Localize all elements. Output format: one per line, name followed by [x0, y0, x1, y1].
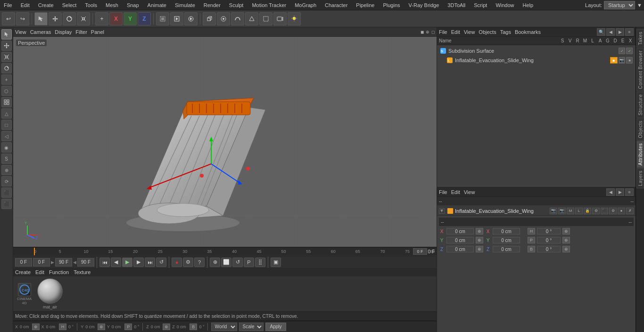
- obj-row-subdivision[interactable]: S Subdivision Surface ✓ ✓: [438, 46, 635, 56]
- attr-view-menu[interactable]: View: [464, 189, 475, 195]
- obj-wing-color-tag[interactable]: ■: [610, 57, 618, 64]
- viewport-panel-menu[interactable]: Panel: [91, 29, 104, 35]
- attr-nav-next[interactable]: ▶: [616, 188, 624, 196]
- menu-script[interactable]: Script: [472, 2, 489, 8]
- menu-motion-tracker[interactable]: Motion Tracker: [250, 2, 288, 8]
- viewport-icon-3[interactable]: ◻: [431, 30, 435, 34]
- undo-button[interactable]: ↩: [2, 12, 15, 25]
- b-rotation-input[interactable]: [537, 246, 561, 252]
- obj-toggle-vis[interactable]: ✓: [619, 48, 625, 54]
- world-select[interactable]: World Object Global: [211, 323, 237, 331]
- attr-toggle-3[interactable]: M: [567, 208, 574, 214]
- menu-snap[interactable]: Snap: [125, 2, 141, 8]
- menu-select[interactable]: Select: [60, 2, 79, 8]
- layout-select[interactable]: Startup: [604, 1, 635, 9]
- scale-timeline-button[interactable]: ⬜: [221, 258, 231, 267]
- x-position-input[interactable]: [446, 228, 474, 235]
- menu-window[interactable]: Window: [494, 2, 516, 8]
- mat-menu-texture[interactable]: Texture: [74, 269, 91, 275]
- x-pos-icon[interactable]: ⊕: [476, 228, 483, 235]
- sidebar-icon-grid[interactable]: [1, 97, 12, 107]
- redo-button[interactable]: ↪: [16, 12, 29, 25]
- goto-end-button[interactable]: ⏭: [145, 258, 155, 267]
- menu-plugins[interactable]: Plugins: [381, 2, 402, 8]
- menu-3dtoall[interactable]: 3DToAll: [446, 2, 467, 8]
- obj-edit-menu[interactable]: Edit: [451, 29, 460, 35]
- obj-bookmarks-menu[interactable]: Bookmarks: [515, 29, 541, 35]
- viewport-cameras-menu[interactable]: Cameras: [30, 29, 51, 35]
- viewport-icon-2[interactable]: ⊕: [426, 30, 429, 34]
- menu-edit[interactable]: Edit: [19, 2, 32, 8]
- p-icon[interactable]: P: [528, 237, 535, 243]
- tab-attributes[interactable]: Attributes: [636, 141, 644, 168]
- y-size-input[interactable]: [493, 237, 520, 243]
- timeline-ruler[interactable]: 0 5 10 15 20 25 30 35 40 45 50 55 60 65 …: [13, 247, 437, 256]
- tab-structure[interactable]: Structure: [636, 92, 644, 118]
- menu-vray[interactable]: V-Ray Bridge: [407, 2, 441, 8]
- y-pos-icon[interactable]: ⊕: [476, 237, 483, 243]
- attr-toggle-6[interactable]: ⚙: [592, 208, 600, 214]
- render-region-button[interactable]: [156, 12, 169, 25]
- sidebar-icon-s[interactable]: S: [1, 154, 12, 164]
- obj-nav-up[interactable]: ◀: [606, 28, 615, 36]
- apply-button[interactable]: Apply: [265, 323, 286, 331]
- motion-button[interactable]: ?: [194, 258, 205, 267]
- viewport[interactable]: View Cameras Display Filter Panel ◼ ⊕ ◻ …: [13, 27, 437, 247]
- sidebar-icon-move[interactable]: [1, 40, 12, 51]
- attr-obj-expand[interactable]: [439, 208, 445, 214]
- sidebar-icon-square1[interactable]: ⬛: [1, 187, 12, 198]
- rotate-tool-button[interactable]: [63, 12, 76, 25]
- attr-toggle-5[interactable]: 🔒: [584, 208, 591, 214]
- material-sphere-preview[interactable]: [37, 278, 63, 304]
- timeline-frame-input[interactable]: [413, 248, 427, 255]
- coord-y-icon[interactable]: ⊕: [98, 324, 105, 330]
- z-size-input[interactable]: [493, 246, 520, 252]
- coord-x-icon[interactable]: ⊕: [32, 324, 40, 330]
- boole-button[interactable]: [245, 12, 258, 25]
- obj-objects-menu[interactable]: Objects: [479, 29, 496, 35]
- viewport-icon-1[interactable]: ◼: [421, 30, 424, 34]
- menu-animate[interactable]: Animate: [146, 2, 168, 8]
- b-angle-icon[interactable]: ⊕: [562, 246, 570, 252]
- record-button[interactable]: ●: [172, 258, 182, 267]
- attr-toggle-8[interactable]: ⚙: [609, 208, 617, 214]
- z-axis-button[interactable]: Z: [138, 12, 151, 25]
- loop-button[interactable]: ↺: [156, 258, 166, 267]
- menu-render[interactable]: Render: [202, 2, 223, 8]
- move-keyframe-button[interactable]: ⊕: [210, 258, 220, 267]
- obj-settings[interactable]: ≡: [625, 28, 634, 36]
- p-rotation-input[interactable]: [537, 237, 561, 243]
- obj-nav-right[interactable]: ▶: [616, 28, 624, 36]
- material-preview-container[interactable]: mat_air: [37, 278, 63, 309]
- mat-menu-edit[interactable]: Edit: [35, 269, 44, 275]
- viewport-display-menu[interactable]: Display: [55, 29, 72, 35]
- attr-toggle-4[interactable]: L: [575, 208, 583, 214]
- mat-menu-function[interactable]: Function: [49, 269, 69, 275]
- next-frame-button[interactable]: ▶: [133, 258, 144, 267]
- attr-nav-prev[interactable]: ◀: [606, 188, 615, 196]
- obj-view-menu[interactable]: View: [464, 29, 475, 35]
- z-position-input[interactable]: [446, 246, 474, 252]
- rotate-timeline-button[interactable]: ↺: [232, 258, 243, 267]
- tab-layers[interactable]: Layers: [636, 168, 644, 188]
- attr-file-menu[interactable]: File: [439, 189, 447, 195]
- sidebar-icon-ring[interactable]: ◉: [1, 142, 12, 153]
- sidebar-icon-refresh[interactable]: ⟳: [1, 176, 12, 186]
- z-pos-icon[interactable]: ⊕: [476, 246, 483, 252]
- render-active-button[interactable]: [184, 12, 198, 25]
- autokey-button[interactable]: ⚙: [183, 258, 193, 267]
- tab-content-browser[interactable]: Content Browser: [636, 48, 644, 91]
- sidebar-icon-triangle[interactable]: △: [1, 108, 12, 119]
- attr-toggle-1[interactable]: 📷: [550, 208, 557, 214]
- render-timeline-button[interactable]: ▣: [271, 258, 281, 267]
- camera-button[interactable]: [273, 12, 287, 25]
- sidebar-icon-hex[interactable]: ⬡: [1, 86, 12, 96]
- menu-mograph[interactable]: MoGraph: [293, 2, 318, 8]
- goto-start-button[interactable]: ⏮: [99, 258, 110, 267]
- sidebar-icon-cross[interactable]: ⊕: [1, 165, 12, 175]
- attr-edit-menu[interactable]: Edit: [451, 189, 460, 195]
- obj-tags-menu[interactable]: Tags: [500, 29, 511, 35]
- x-size-input[interactable]: [493, 228, 520, 235]
- start-frame-input[interactable]: [33, 258, 50, 267]
- attr-obj-row[interactable]: Inflatable_Evacuation_Slide_Wing 📷 📷 M L…: [437, 206, 636, 216]
